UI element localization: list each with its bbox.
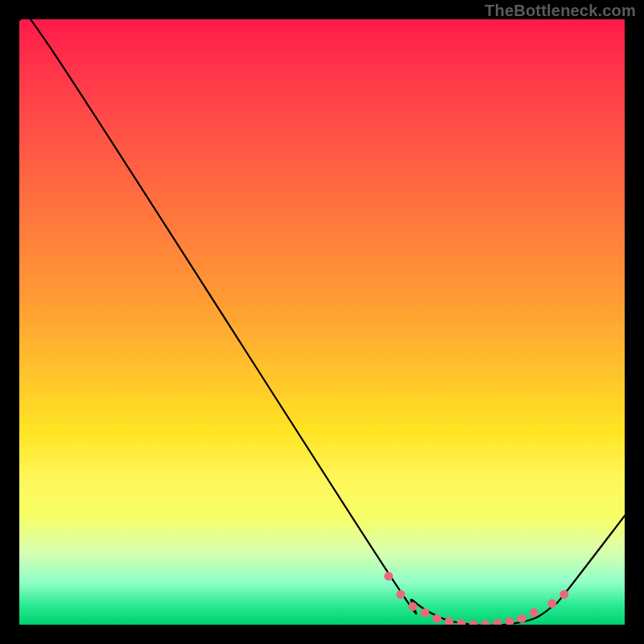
marker-dot [493, 619, 502, 625]
marker-dot [432, 614, 441, 623]
marker-dot [408, 602, 417, 611]
marker-dot [420, 608, 429, 617]
marker-dot [518, 614, 526, 623]
chart-svg [19, 19, 625, 625]
marker-dot [456, 619, 465, 625]
marker-dot [444, 617, 453, 625]
marker-dot [506, 617, 514, 625]
marker-dot [384, 572, 393, 580]
marker-dot [481, 621, 490, 625]
marker-dot [559, 590, 568, 599]
chart-frame: TheBottleneck.com [0, 0, 644, 644]
marker-dot [547, 599, 556, 608]
zero-zone-dots [384, 572, 568, 625]
marker-dot [396, 590, 405, 599]
chart-plot-area [19, 19, 625, 625]
watermark-text: TheBottleneck.com [485, 2, 636, 20]
bottleneck-curve [19, 19, 625, 625]
marker-dot [469, 621, 478, 625]
marker-dot [530, 608, 539, 617]
